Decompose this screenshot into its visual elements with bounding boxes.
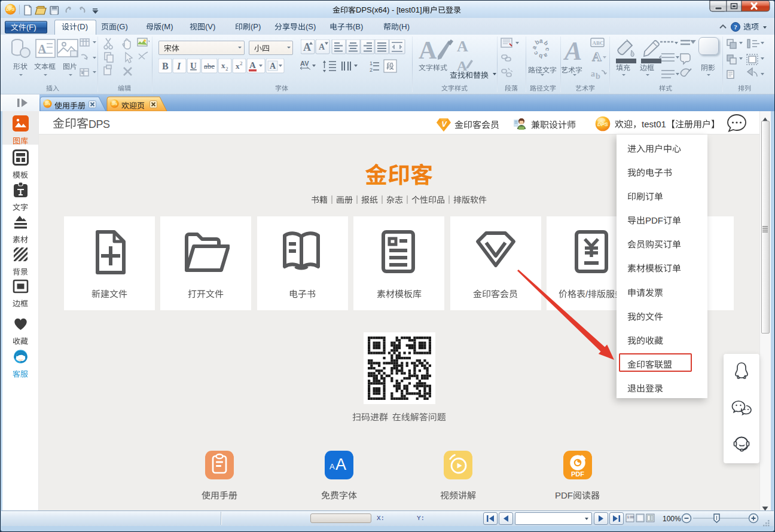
svg-text:DPS: DPS	[112, 103, 117, 106]
svg-text:c: c	[532, 50, 539, 57]
svg-text:2: 2	[240, 60, 243, 66]
svg-text:ABC: ABC	[593, 40, 604, 46]
svg-text:A: A	[592, 49, 602, 64]
svg-text:A: A	[335, 455, 346, 473]
svg-text:U: U	[190, 61, 197, 71]
svg-text:I: I	[176, 61, 181, 71]
svg-text:DPS: DPS	[45, 103, 50, 106]
svg-text:DPS: DPS	[597, 121, 608, 127]
svg-text:AV: AV	[300, 60, 309, 67]
svg-text:2: 2	[225, 66, 228, 72]
svg-text:A: A	[38, 42, 47, 56]
svg-text:A: A	[303, 41, 311, 53]
svg-text:A: A	[419, 36, 437, 64]
svg-text:DPS: DPS	[6, 7, 15, 11]
svg-text:x: x	[236, 62, 240, 71]
svg-text:a: a	[542, 52, 549, 60]
svg-text:abe: abe	[204, 62, 215, 71]
svg-text:A: A	[563, 36, 582, 66]
svg-text:PDF: PDF	[571, 470, 584, 478]
svg-text:1: 1	[370, 60, 373, 66]
svg-text:A: A	[270, 62, 276, 71]
svg-text:x: x	[221, 61, 225, 70]
svg-text:A: A	[457, 38, 468, 55]
svg-text:b: b	[596, 72, 600, 80]
svg-text:?: ?	[734, 23, 737, 30]
svg-text:B: B	[162, 61, 169, 71]
svg-text:A: A	[329, 462, 335, 471]
svg-text:A: A	[319, 42, 325, 51]
svg-text:V: V	[441, 120, 447, 129]
svg-text:a: a	[591, 69, 595, 78]
svg-text:A: A	[249, 60, 256, 70]
svg-text:2: 2	[370, 67, 373, 73]
svg-text:b: b	[542, 39, 550, 47]
svg-text:1:00: 1:00	[627, 515, 634, 519]
svg-text:c: c	[544, 47, 551, 52]
